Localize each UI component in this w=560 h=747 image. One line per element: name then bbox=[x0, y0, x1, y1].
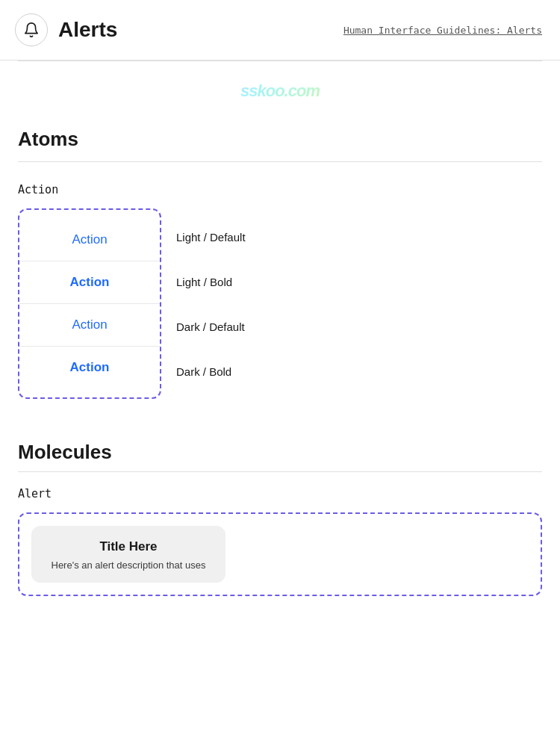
page-header: Alerts Human Interface Guidelines: Alert… bbox=[0, 0, 560, 61]
action-item-1: Action bbox=[19, 219, 160, 261]
action-item-3: Action bbox=[19, 304, 160, 347]
molecules-section: Molecules Alert Title Here Here's an ale… bbox=[0, 423, 560, 608]
hig-link[interactable]: Human Interface Guidelines: Alerts bbox=[343, 25, 542, 36]
alert-subsection-label: Alert bbox=[0, 472, 560, 512]
page-title: Alerts bbox=[58, 18, 343, 42]
bell-icon bbox=[23, 22, 40, 38]
variant-labels-column: Light / Default Light / Bold Dark / Defa… bbox=[176, 208, 246, 394]
variant-label-2: Light / Bold bbox=[176, 259, 246, 304]
action-link-dark-bold[interactable]: Action bbox=[70, 360, 110, 374]
variant-label-4: Dark / Bold bbox=[176, 349, 246, 394]
action-link-dark-default[interactable]: Action bbox=[72, 317, 107, 332]
action-item-4: Action bbox=[19, 347, 160, 388]
action-subsection-label: Action bbox=[0, 162, 560, 208]
variant-label-1: Light / Default bbox=[176, 214, 246, 259]
alert-card-title: Title Here bbox=[46, 539, 211, 554]
molecules-content-area: Title Here Here's an alert description t… bbox=[0, 512, 560, 608]
molecules-heading: Molecules bbox=[0, 429, 560, 464]
watermark: sskoo.com bbox=[205, 70, 355, 111]
alert-dashed-box: Title Here Here's an alert description t… bbox=[18, 512, 542, 596]
watermark-area: sskoo.com bbox=[0, 61, 560, 116]
alert-card: Title Here Here's an alert description t… bbox=[31, 526, 225, 583]
header-icon-circle bbox=[15, 13, 48, 46]
action-link-light-default[interactable]: Action bbox=[72, 232, 107, 247]
action-dashed-box: Action Action Action Action bbox=[18, 208, 161, 399]
atoms-heading: Atoms bbox=[0, 116, 560, 151]
atoms-content-area: Action Action Action Action Light / Defa… bbox=[0, 208, 560, 423]
variant-label-3: Dark / Default bbox=[176, 304, 246, 349]
alert-card-description: Here's an alert description that uses bbox=[46, 559, 211, 572]
action-item-2: Action bbox=[19, 261, 160, 304]
action-link-light-bold[interactable]: Action bbox=[70, 275, 110, 289]
